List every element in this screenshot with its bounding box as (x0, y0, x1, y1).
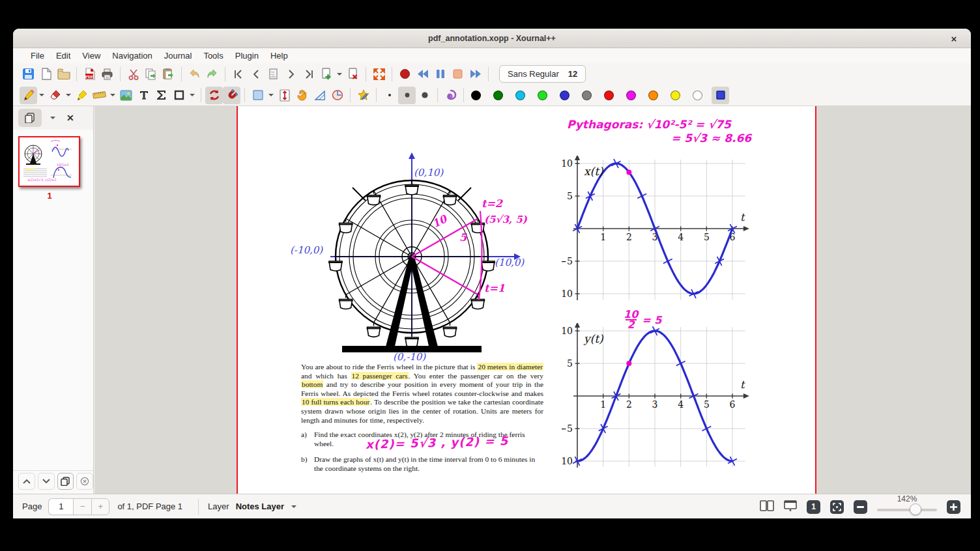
color-yellow-icon[interactable] (667, 87, 684, 104)
zoom-100-button[interactable]: 1 (807, 500, 820, 514)
menu-journal[interactable]: Journal (158, 49, 198, 62)
previous-page-icon[interactable] (247, 65, 265, 83)
hand-tool-icon[interactable] (293, 87, 311, 104)
delete-page-icon[interactable] (344, 65, 362, 83)
undo-icon[interactable] (186, 65, 203, 83)
paragraph-text: You are about to ride the Ferris wheel i… (301, 363, 477, 371)
select-dropdown[interactable] (267, 87, 276, 104)
new-document-icon[interactable] (37, 65, 55, 83)
page-thumbnail[interactable]: 10/2=5 x(2)=5√3, y(2)=5 (18, 136, 80, 187)
add-page-dropdown[interactable] (335, 65, 344, 83)
sidebar-close-icon[interactable]: ✕ (66, 113, 74, 123)
setsquare-icon[interactable] (311, 87, 328, 104)
menu-navigation[interactable]: Navigation (106, 49, 158, 62)
export-pdf-icon[interactable]: PDF (81, 65, 98, 83)
print-icon[interactable] (98, 65, 116, 83)
color-black-icon[interactable] (468, 87, 484, 104)
close-window-button[interactable]: × (947, 32, 960, 45)
ruler-tool-icon[interactable] (91, 87, 108, 104)
zoom-in-button[interactable] (947, 500, 960, 514)
thickness-thick-icon[interactable] (416, 87, 433, 104)
paste-icon[interactable] (160, 65, 177, 83)
chevron-down-icon (268, 94, 274, 96)
layer-dropdown[interactable] (289, 498, 298, 515)
rewind-icon[interactable] (414, 65, 431, 83)
rotation-snap-icon[interactable] (205, 87, 223, 104)
compass-icon[interactable] (328, 87, 346, 104)
fill-tool-icon[interactable] (442, 87, 459, 104)
page-decrement-button[interactable]: − (73, 498, 91, 515)
forward-icon[interactable] (467, 65, 484, 83)
color-green-icon[interactable] (490, 87, 506, 104)
menu-file[interactable]: File (25, 49, 50, 62)
menu-edit[interactable]: Edit (50, 49, 76, 62)
shapes-dropdown[interactable] (188, 87, 197, 104)
page-preview-tab[interactable] (18, 109, 42, 127)
next-page-icon[interactable] (282, 65, 300, 83)
eraser-dropdown[interactable] (64, 87, 73, 104)
pause-icon[interactable] (431, 65, 449, 83)
layer-selector[interactable]: Notes Layer (236, 502, 284, 511)
stop-icon[interactable] (449, 65, 467, 83)
menu-plugin[interactable]: Plugin (229, 49, 265, 62)
text-tool-icon[interactable] (135, 87, 152, 104)
dual-page-icon[interactable] (760, 500, 774, 514)
page-number-input[interactable]: 1 (48, 498, 73, 515)
presentation-icon[interactable] (784, 500, 797, 514)
eraser-tool-icon[interactable] (46, 87, 64, 104)
thickness-fine-icon[interactable] (381, 87, 398, 104)
fullscreen-icon[interactable] (370, 65, 388, 83)
color-gray-icon[interactable] (579, 87, 595, 104)
zoom-slider[interactable]: 142% (877, 494, 937, 518)
insert-image-icon[interactable] (117, 87, 135, 104)
color-magenta-icon[interactable] (623, 87, 639, 104)
color-lime-icon[interactable] (534, 87, 551, 104)
shape-recognizer-icon[interactable] (354, 87, 372, 104)
highlighter-tool-icon[interactable] (73, 87, 91, 104)
add-page-icon[interactable] (317, 65, 335, 83)
wheel-point-label: (5√3, 5) (484, 214, 528, 225)
sidebar-dropdown[interactable] (48, 109, 57, 127)
pages-view-button[interactable] (57, 473, 74, 490)
toolbar-separator (350, 88, 351, 102)
last-page-icon[interactable] (300, 65, 317, 83)
shapes-tool-icon[interactable] (170, 87, 188, 104)
redo-icon[interactable] (203, 65, 221, 83)
snap-magnet-icon[interactable] (223, 87, 240, 104)
menu-tools[interactable]: Tools (197, 49, 229, 62)
pen-dropdown[interactable] (37, 87, 46, 104)
record-icon[interactable] (396, 65, 414, 83)
preview-sidebar: ✕ (13, 106, 94, 494)
current-page-icon[interactable] (265, 65, 282, 83)
select-region-icon[interactable] (249, 87, 267, 104)
pdf-page[interactable]: (0,10) (-10,0) (10,0) (0,-10) t=2 (5√3, … (237, 106, 816, 494)
color-cyan-icon[interactable] (512, 87, 528, 104)
menu-view[interactable]: View (76, 49, 106, 62)
close-preview-button[interactable] (76, 473, 93, 490)
color-red-icon[interactable] (601, 87, 617, 104)
pen-tool-icon[interactable] (20, 87, 37, 104)
ruler-dropdown[interactable] (108, 87, 117, 104)
cut-icon[interactable] (124, 65, 142, 83)
zoom-slider-thumb[interactable] (910, 503, 921, 515)
color-white-icon[interactable] (689, 87, 706, 104)
copy-icon[interactable] (142, 65, 160, 83)
page-increment-button[interactable]: + (91, 498, 109, 515)
color-picker-icon[interactable] (712, 87, 729, 104)
color-orange-icon[interactable] (645, 87, 661, 104)
open-folder-icon[interactable] (55, 65, 72, 83)
zoom-out-button[interactable] (854, 500, 867, 514)
vertical-space-icon[interactable] (276, 87, 293, 104)
first-page-icon[interactable] (229, 65, 247, 83)
document-canvas[interactable]: (0,10) (-10,0) (10,0) (0,-10) t=2 (5√3, … (94, 106, 971, 494)
font-selector-button[interactable]: Sans Regular 12 (499, 65, 586, 83)
zoom-fit-button[interactable] (830, 500, 844, 514)
menu-help[interactable]: Help (265, 49, 294, 62)
chevron-down-icon (190, 94, 195, 96)
previous-thumbnail-button[interactable] (18, 473, 35, 490)
math-tex-icon[interactable] (152, 87, 170, 104)
thickness-medium-icon[interactable] (398, 87, 416, 104)
next-thumbnail-button[interactable] (38, 473, 55, 490)
color-blue-icon[interactable] (556, 87, 573, 104)
save-icon[interactable] (20, 65, 37, 83)
